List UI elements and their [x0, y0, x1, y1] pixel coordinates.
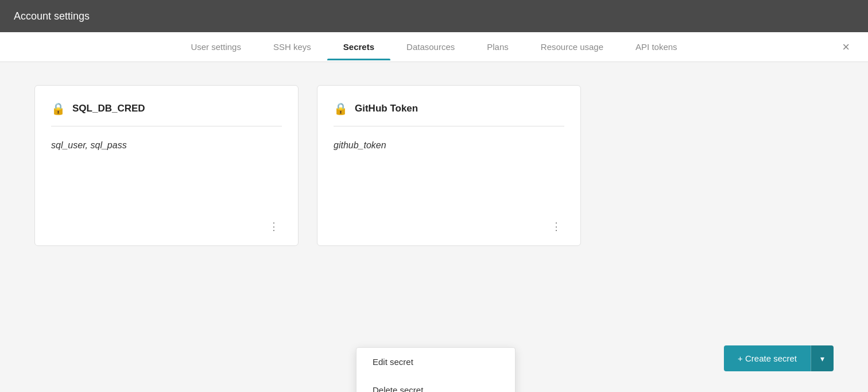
tab-user-settings[interactable]: User settings [175, 34, 257, 60]
card-header-github: 🔒 GitHub Token [334, 102, 564, 116]
card-divider-sql [51, 126, 282, 126]
more-options-button-sql[interactable]: ⋮ [264, 219, 284, 234]
card-divider-github [334, 126, 564, 126]
card-keys-github: github_token [334, 140, 386, 150]
context-menu: Edit secret Delete secret [356, 347, 516, 392]
edit-secret-button[interactable]: Edit secret [356, 348, 515, 376]
tab-resource-usage[interactable]: Resource usage [525, 34, 619, 60]
card-title-github: GitHub Token [355, 103, 418, 114]
tab-secrets[interactable]: Secrets [327, 34, 390, 60]
card-keys-sql: sql_user, sql_pass [51, 140, 127, 150]
more-options-button-github[interactable]: ⋮ [547, 219, 567, 234]
secrets-cards-row: 🔒 SQL_DB_CRED sql_user, sql_pass ⋮ 🔒 Git… [34, 85, 834, 246]
delete-secret-button[interactable]: Delete secret [356, 376, 515, 392]
tabs-list: User settings SSH keys Secrets Datasourc… [23, 34, 845, 60]
create-secret-button[interactable]: + Create secret [724, 345, 811, 371]
tab-api-tokens[interactable]: API tokens [619, 34, 693, 60]
create-secret-dropdown-button[interactable]: ▾ [811, 345, 834, 371]
tabs-bar: User settings SSH keys Secrets Datasourc… [0, 32, 868, 62]
secret-card-sql-db-cred: 🔒 SQL_DB_CRED sql_user, sql_pass ⋮ [34, 85, 299, 246]
main-content: 🔒 SQL_DB_CRED sql_user, sql_pass ⋮ 🔒 Git… [0, 62, 868, 392]
tab-plans[interactable]: Plans [471, 34, 525, 60]
create-secret-button-group: + Create secret ▾ [724, 345, 834, 371]
secret-card-github-token: 🔒 GitHub Token github_token ⋮ [317, 85, 581, 246]
lock-icon-sql: 🔒 [51, 102, 65, 116]
card-title-sql: SQL_DB_CRED [72, 103, 145, 114]
tab-datasources[interactable]: Datasources [390, 34, 471, 60]
close-button[interactable]: × [838, 37, 854, 57]
header: Account settings [0, 0, 868, 32]
page-title: Account settings [14, 10, 90, 22]
tab-ssh-keys[interactable]: SSH keys [257, 34, 327, 60]
lock-icon-github: 🔒 [334, 102, 348, 116]
card-header-sql: 🔒 SQL_DB_CRED [51, 102, 282, 116]
